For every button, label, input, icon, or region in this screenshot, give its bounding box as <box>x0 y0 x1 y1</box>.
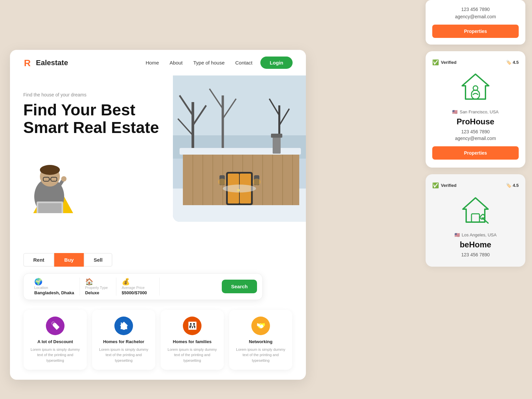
discount-icon-circle: 🏷️ <box>46 317 65 335</box>
search-button[interactable]: Search <box>222 280 257 293</box>
hero-title: Find Your Best Smart Real Estate <box>23 101 293 137</box>
prohouse-email: agency@email.com <box>432 136 519 141</box>
nav-contact[interactable]: Contact <box>235 60 252 66</box>
families-icon-circle: 👨‍👩‍👧 <box>183 317 201 335</box>
svg-point-10 <box>61 176 66 182</box>
prohouse-logo-svg <box>459 71 492 104</box>
behome-location-text: Los Angeles, USA <box>462 232 497 237</box>
behome-card: ✅ Verified 🏷️ 4.5 🇺🇸 Los Angeles, USA <box>426 174 525 267</box>
behome-verified-icon: ✅ <box>432 182 439 189</box>
feature-families-title: Homes for families <box>166 339 218 344</box>
prohouse-verified-badge: ✅ Verified <box>432 59 457 66</box>
prohouse-flag: 🇺🇸 <box>452 109 458 114</box>
tab-rent[interactable]: Rent <box>23 253 54 267</box>
partial-email: agency@email.com <box>432 14 519 19</box>
behome-rating-icon: 🏷️ <box>506 183 511 188</box>
person-illustration <box>23 147 90 213</box>
partial-properties-button[interactable]: Properties <box>432 25 519 38</box>
prohouse-verified-label: Verified <box>441 60 457 65</box>
features-row: 🏷️ A lot of Descount Lorem ipsum is simp… <box>10 310 306 370</box>
logo: R Ealestate <box>23 58 68 68</box>
price-field[interactable]: 💰 Average Price $5000/$7000 <box>116 278 160 296</box>
prohouse-name: ProHouse <box>432 117 519 126</box>
hero-subtitle: Find the house of your dreams <box>23 92 293 97</box>
location-icon: 🌍 <box>34 278 43 285</box>
feature-families-desc: Lorem ipsum is simply dummy text of the … <box>166 347 218 363</box>
behome-logo <box>459 194 492 227</box>
behome-verified-row: ✅ Verified 🏷️ 4.5 <box>432 182 519 189</box>
tab-sell[interactable]: Sell <box>84 253 113 267</box>
person-svg <box>23 150 76 213</box>
property-type-field[interactable]: 🏠 Property Type Deluxe <box>80 278 116 296</box>
svg-text:R: R <box>24 58 31 68</box>
feature-bachelor-desc: Lorem ipsum is simply dummy text of the … <box>97 347 150 363</box>
prohouse-properties-button[interactable]: Properties <box>432 146 519 160</box>
nav-links: Home About Type of house Contact <box>146 60 252 66</box>
prohouse-phone: 123 456 7890 <box>432 129 519 134</box>
behome-flag: 🇺🇸 <box>455 232 460 237</box>
prohouse-verified-icon: ✅ <box>432 59 439 66</box>
behome-rating-value: 4.5 <box>513 183 519 188</box>
behome-rating: 🏷️ 4.5 <box>506 183 519 188</box>
behome-verified-badge: ✅ Verified <box>432 182 457 189</box>
tab-buttons: Rent Buy Sell <box>23 253 293 267</box>
main-website-card: R Ealestate Home About Type of house Con… <box>10 50 306 380</box>
feature-discount: 🏷️ A lot of Descount Lorem ipsum is simp… <box>24 310 87 370</box>
svg-point-3 <box>40 165 60 175</box>
logo-icon: R <box>23 58 34 68</box>
feature-networking-title: Networking <box>234 339 287 344</box>
feature-networking-desc: Lorem ipsum is simply dummy text of the … <box>234 347 287 363</box>
feature-bachelor: 🏠 Homes for Rachelor Lorem ipsum is simp… <box>92 310 155 370</box>
prohouse-card: ✅ Verified 🏷️ 4.5 🇺🇸 San Francisco, US <box>426 51 525 168</box>
feature-bachelor-title: Homes for Rachelor <box>97 339 150 344</box>
nav-home[interactable]: Home <box>146 60 159 66</box>
prohouse-rating-value: 4.5 <box>513 60 519 65</box>
feature-networking: 🤝 Networking Lorem ipsum is simply dummy… <box>229 310 292 370</box>
tab-buy[interactable]: Buy <box>54 253 83 267</box>
svg-rect-8 <box>38 203 62 213</box>
feature-discount-desc: Lorem ipsum is simply dummy text of the … <box>29 347 81 363</box>
behome-name: beHome <box>432 240 519 249</box>
feature-discount-title: A lot of Descount <box>29 339 81 344</box>
networking-icon: 🤝 <box>256 322 265 330</box>
login-button[interactable]: Login <box>260 57 293 69</box>
prohouse-verified-row: ✅ Verified 🏷️ 4.5 <box>432 59 519 66</box>
partial-phone: 123 456 7890 <box>432 7 519 12</box>
prohouse-location: 🇺🇸 San Francisco, USA <box>432 109 519 114</box>
property-icon: 🏠 <box>85 278 93 285</box>
networking-icon-circle: 🤝 <box>251 317 270 335</box>
feature-families: 👨‍👩‍👧 Homes for families Lorem ipsum is … <box>161 310 224 370</box>
hero-section: Find the house of your dreams Find Your … <box>10 75 306 310</box>
bachelor-icon: 🏠 <box>119 322 128 330</box>
search-bar: 🌍 Location Bangladesh, Dhaka 🏠 Property … <box>23 273 263 300</box>
nav-type-of-house[interactable]: Type of house <box>193 60 224 66</box>
bachelor-icon-circle: 🏠 <box>114 317 133 335</box>
nav-about[interactable]: About <box>170 60 183 66</box>
behome-phone: 123 456 7890 <box>432 252 519 257</box>
logo-text: Ealestate <box>36 59 68 67</box>
navbar: R Ealestate Home About Type of house Con… <box>10 50 306 75</box>
prohouse-rating-icon: 🏷️ <box>506 60 511 65</box>
prohouse-location-text: San Francisco, USA <box>460 109 498 114</box>
agency-card-partial: 123 456 7890 agency@email.com Properties <box>426 0 525 45</box>
behome-logo-svg <box>459 194 492 227</box>
discount-icon: 🏷️ <box>51 322 60 330</box>
prohouse-logo <box>459 71 492 104</box>
price-icon: 💰 <box>122 278 130 285</box>
families-icon: 👨‍👩‍👧 <box>188 322 197 330</box>
hero-left: Find the house of your dreams Find Your … <box>23 82 293 310</box>
location-field[interactable]: 🌍 Location Bangladesh, Dhaka <box>29 278 80 296</box>
prohouse-rating: 🏷️ 4.5 <box>506 60 519 65</box>
right-panel: 123 456 7890 agency@email.com Properties… <box>419 0 532 267</box>
behome-verified-label: Verified <box>441 183 457 188</box>
behome-location: 🇺🇸 Los Angeles, USA <box>432 232 519 237</box>
svg-rect-51 <box>471 214 479 222</box>
